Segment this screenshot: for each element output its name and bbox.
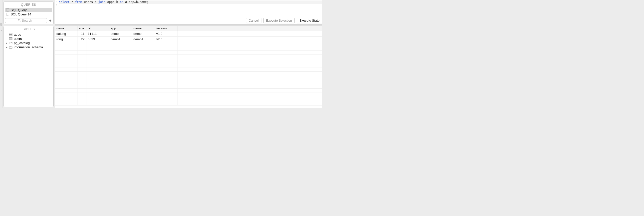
editor-gutter: 1 2	[55, 0, 58, 24]
sidebar: QUERIES SQL Query SQL Query 14	[2, 0, 54, 108]
execute-statement-button[interactable]: Execute State	[297, 18, 322, 23]
cell[interactable]: dalong	[55, 31, 77, 37]
cell[interactable]	[178, 31, 322, 37]
sql-editor[interactable]: 1 2 select * from users a join apps b on…	[55, 0, 322, 25]
disclosure-triangle-icon[interactable]: ▶	[6, 46, 8, 49]
line-number: 1	[55, 1, 58, 4]
query-item-label: SQL Query	[11, 8, 27, 12]
queries-header: QUERIES	[4, 2, 54, 8]
tables-header: TABLES	[4, 26, 54, 32]
cell[interactable]: 3333	[86, 37, 109, 42]
sql-file-icon	[6, 9, 9, 12]
add-query-button[interactable]: +	[49, 19, 52, 22]
queries-list: SQL Query SQL Query 14	[4, 8, 54, 18]
main-area: 1 2 select * from users a join apps b on…	[54, 0, 322, 108]
cell[interactable]: demo	[132, 31, 155, 37]
cell[interactable]	[178, 37, 322, 42]
column-header[interactable]: age	[77, 26, 86, 31]
table-row	[55, 42, 322, 46]
line-number: 2	[55, 4, 58, 7]
column-header[interactable]: version	[155, 26, 178, 31]
rail-function-icon[interactable]: f	[0, 30, 2, 33]
schema-item[interactable]: ▶ information_schema	[4, 45, 54, 49]
column-header[interactable]	[178, 26, 322, 31]
cancel-button[interactable]: Cancel	[246, 18, 262, 23]
table-row	[55, 46, 322, 51]
disclosure-triangle-icon[interactable]: ▶	[6, 42, 8, 44]
table-item-label: apps	[14, 33, 21, 36]
schema-item-label: pg_catalog	[14, 41, 30, 45]
left-rail: ▯ f	[0, 0, 2, 108]
table-icon	[9, 37, 12, 40]
app-root: ▯ f QUERIES SQL Query SQL Query 14	[0, 0, 322, 108]
table-row	[55, 84, 322, 89]
query-item[interactable]: SQL Query 14	[5, 12, 52, 17]
table-item-label: users	[14, 37, 22, 41]
cell[interactable]: rong	[55, 37, 77, 42]
queries-search-row: +	[4, 18, 54, 24]
schema-item-label: information_schema	[14, 45, 43, 49]
table-row[interactable]: dalong 11 11111 demo demo v1.0	[55, 31, 322, 37]
editor-content[interactable]: select * from users a join apps b on a.a…	[58, 0, 322, 4]
execute-selection-button[interactable]: Execute Selection	[264, 18, 295, 23]
table-row	[55, 89, 322, 93]
table-row	[55, 80, 322, 84]
table-row	[55, 51, 322, 55]
tables-list: apps users ▶ pg_catalog ▶	[4, 32, 54, 51]
column-header[interactable]: app	[109, 26, 132, 31]
table-item[interactable]: users	[4, 37, 54, 41]
query-item-label: SQL Query 14	[11, 13, 31, 16]
schema-item[interactable]: ▶ pg_catalog	[4, 41, 54, 45]
table-item[interactable]: apps	[4, 32, 54, 37]
svg-line-1	[20, 21, 20, 22]
rail-tab-icon[interactable]: ▯	[0, 22, 2, 26]
table-icon	[9, 33, 12, 36]
cell[interactable]: v2.p	[155, 37, 178, 42]
table-row	[55, 93, 322, 97]
column-header[interactable]: name	[55, 26, 77, 31]
table-row	[55, 101, 322, 105]
folder-icon	[9, 46, 12, 49]
results-pane: name age tel app name version dalong 11 …	[55, 26, 322, 108]
table-row	[55, 72, 322, 76]
query-item[interactable]: SQL Query	[5, 8, 52, 12]
cell[interactable]: demo1	[132, 37, 155, 42]
cell[interactable]: 11	[77, 31, 86, 37]
cell[interactable]: 22	[77, 37, 86, 42]
cell[interactable]: demo	[109, 31, 132, 37]
svg-point-0	[18, 19, 20, 21]
search-icon	[18, 19, 20, 22]
folder-icon	[9, 42, 12, 44]
column-header[interactable]: name	[132, 26, 155, 31]
results-table: name age tel app name version dalong 11 …	[55, 26, 322, 105]
table-row	[55, 97, 322, 101]
sql-file-icon	[6, 13, 9, 16]
code-line[interactable]: select * from users a join apps b on a.a…	[59, 1, 322, 4]
table-row	[55, 63, 322, 67]
editor-toolbar: Cancel Execute Selection Execute State	[246, 18, 322, 23]
queries-search-box[interactable]	[5, 18, 47, 23]
table-row	[55, 59, 322, 63]
cell[interactable]: v1.0	[155, 31, 178, 37]
search-input[interactable]	[22, 19, 34, 22]
queries-panel: QUERIES SQL Query SQL Query 14	[4, 2, 54, 24]
cell[interactable]: demo1	[109, 37, 132, 42]
table-header-row: name age tel app name version	[55, 26, 322, 31]
table-row[interactable]: rong 22 3333 demo1 demo1 v2.p	[55, 37, 322, 42]
table-row	[55, 76, 322, 80]
table-row	[55, 67, 322, 72]
pane-splitter[interactable]	[55, 25, 322, 26]
table-row	[55, 55, 322, 59]
cell[interactable]: 11111	[86, 31, 109, 37]
tables-panel: TABLES apps users ▶	[4, 26, 54, 107]
column-header[interactable]: tel	[86, 26, 109, 31]
